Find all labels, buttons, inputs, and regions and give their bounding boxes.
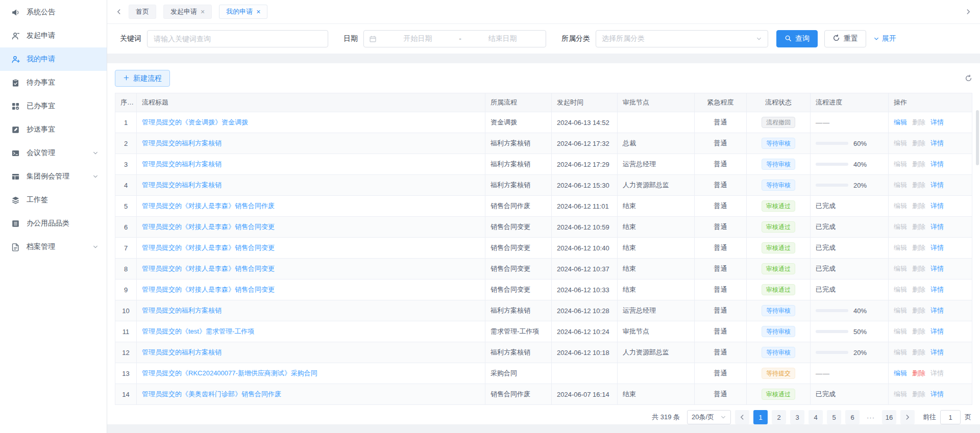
page-button-16[interactable]: 16 xyxy=(882,410,896,424)
content-panel: 新建流程 序号流程标题所属流程发起时间审批节点紧急程度流程状态流程进度操作 1管… xyxy=(107,63,980,424)
table-toolbar: 新建流程 xyxy=(115,70,972,87)
cell-no: 9 xyxy=(115,279,137,300)
expand-toggle[interactable]: 展开 xyxy=(873,34,896,43)
process-title-link[interactable]: 管理员提交的福利方案核销 xyxy=(142,181,222,189)
category-select[interactable]: 选择所属分类 xyxy=(596,30,768,47)
sidebar-item-5[interactable]: 已办事宜 xyxy=(0,94,107,118)
cell-progress: 已完成 xyxy=(811,238,889,259)
sidebar-item-3[interactable]: 我的申请 xyxy=(0,47,107,71)
progress-track xyxy=(816,330,848,333)
detail-link[interactable]: 详情 xyxy=(930,285,944,294)
table-scrollbar[interactable] xyxy=(976,110,979,165)
cell-no: 1 xyxy=(115,112,137,133)
process-title-link[interactable]: 管理员提交的《美奥齿科门诊部》销售合同作废 xyxy=(142,390,281,398)
goto-page-input[interactable] xyxy=(940,410,961,424)
reset-button[interactable]: 重置 xyxy=(824,30,866,47)
detail-link[interactable]: 详情 xyxy=(930,390,944,399)
sidebar-item-11[interactable]: 档案管理 xyxy=(0,235,107,259)
page-button-6[interactable]: 6 xyxy=(845,410,860,424)
process-title-link[interactable]: 管理员提交的《RKC202400077-新增供应商测试》采购合同 xyxy=(142,369,317,377)
detail-link[interactable]: 详情 xyxy=(930,327,944,336)
cell-node: 结束 xyxy=(618,217,695,238)
page-size-select[interactable]: 20条/页 xyxy=(687,410,731,424)
next-page-button[interactable] xyxy=(900,410,915,424)
detail-link[interactable]: 详情 xyxy=(930,160,944,169)
date-range-input[interactable]: 开始日期 - 结束日期 xyxy=(363,30,546,47)
process-title-link[interactable]: 管理员提交的《对接人是李森》销售合同变更 xyxy=(142,244,275,251)
tab-2[interactable]: 发起申请× xyxy=(163,5,212,19)
delete-link[interactable]: 删除 xyxy=(912,369,925,378)
sidebar-item-10[interactable]: 办公用品品类 xyxy=(0,212,107,235)
sidebar-item-7[interactable]: 会议管理 xyxy=(0,141,107,165)
tabs-scroll-right-icon[interactable] xyxy=(965,8,972,15)
sidebar-item-2[interactable]: 发起申请 xyxy=(0,24,107,47)
edit-link[interactable]: 编辑 xyxy=(894,118,907,127)
process-title-link[interactable]: 管理员提交的《资金调拨》资金调拨 xyxy=(142,118,248,126)
cell-actions: 编辑删除详情 xyxy=(889,321,972,342)
process-title-link[interactable]: 管理员提交的福利方案核销 xyxy=(142,160,222,168)
tab-3[interactable]: 我的申请× xyxy=(219,5,267,19)
cell-progress: 60% xyxy=(811,133,889,154)
refresh-icon[interactable] xyxy=(965,74,972,82)
progress-bar: 50% xyxy=(816,328,883,336)
layers-icon xyxy=(11,195,20,205)
detail-link[interactable]: 详情 xyxy=(930,201,944,211)
sidebar-item-9[interactable]: 工作签 xyxy=(0,188,107,212)
page-button-2[interactable]: 2 xyxy=(772,410,786,424)
progress-track xyxy=(816,309,848,312)
cell-node: 结束 xyxy=(618,259,695,279)
process-title-link[interactable]: 管理员提交的《对接人是李森》销售合同变更 xyxy=(142,265,275,272)
table-row: 1管理员提交的《资金调拨》资金调拨资金调拨2024-06-13 14:52普通流… xyxy=(115,112,972,133)
sidebar-item-1[interactable]: 系统公告 xyxy=(0,1,107,24)
process-title-link[interactable]: 管理员提交的《对接人是李森》销售合同变更 xyxy=(142,223,275,231)
progress-track xyxy=(816,351,848,354)
cell-status: 审核通过 xyxy=(747,196,811,217)
tabs-scroll-left-icon[interactable] xyxy=(115,8,122,15)
detail-link[interactable]: 详情 xyxy=(930,264,944,273)
new-process-button[interactable]: 新建流程 xyxy=(115,70,170,87)
detail-link[interactable]: 详情 xyxy=(930,118,944,127)
row-actions: 编辑删除详情 xyxy=(894,181,967,190)
detail-link[interactable]: 详情 xyxy=(930,181,944,190)
progress-label: 已完成 xyxy=(816,265,836,272)
sidebar-item-4[interactable]: 待办事宜 xyxy=(0,71,107,94)
detail-link[interactable]: 详情 xyxy=(930,348,944,357)
prev-page-button[interactable] xyxy=(735,410,749,424)
close-tab-icon[interactable]: × xyxy=(201,8,205,15)
detail-link[interactable]: 详情 xyxy=(930,222,944,232)
goto-unit: 页 xyxy=(965,413,971,422)
user-plus-icon xyxy=(11,55,20,64)
delete-link: 删除 xyxy=(912,264,925,273)
page-button-4[interactable]: 4 xyxy=(808,410,823,424)
table-row: 8管理员提交的《对接人是李森》销售合同变更销售合同变更2024-06-12 10… xyxy=(115,259,972,279)
tab-1[interactable]: 首页 xyxy=(129,5,156,19)
page-ellipsis[interactable]: ··· xyxy=(864,410,878,424)
process-title-link[interactable]: 管理员提交的《对接人是李森》销售合同变更 xyxy=(142,286,275,293)
process-title-link[interactable]: 管理员提交的《test》需求管理-工作项 xyxy=(142,327,254,335)
edit-link[interactable]: 编辑 xyxy=(894,369,907,378)
detail-link[interactable]: 详情 xyxy=(930,243,944,252)
sidebar-item-8[interactable]: 集团例会管理 xyxy=(0,165,107,188)
sidebar-item-6[interactable]: 抄送事宜 xyxy=(0,118,107,141)
close-tab-icon[interactable]: × xyxy=(256,8,260,15)
cell-title: 管理员提交的《对接人是李森》销售合同变更 xyxy=(137,217,485,238)
date-label: 日期 xyxy=(344,34,358,43)
keyword-input[interactable] xyxy=(147,30,328,47)
cell-actions: 编辑删除详情 xyxy=(889,238,972,259)
process-title-link[interactable]: 管理员提交的福利方案核销 xyxy=(142,139,222,147)
process-title-link[interactable]: 管理员提交的福利方案核销 xyxy=(142,348,222,356)
page-button-3[interactable]: 3 xyxy=(790,410,804,424)
chevron-down-icon xyxy=(92,150,99,156)
process-title-link[interactable]: 管理员提交的《对接人是李森》销售合同作废 xyxy=(142,202,275,210)
page-button-5[interactable]: 5 xyxy=(827,410,841,424)
detail-link[interactable]: 详情 xyxy=(930,139,944,148)
page-button-1[interactable]: 1 xyxy=(753,410,768,424)
cell-actions: 编辑删除详情 xyxy=(889,384,972,405)
column-header: 操作 xyxy=(889,93,972,112)
doc-edit-icon xyxy=(11,125,20,134)
search-button[interactable]: 查询 xyxy=(776,30,818,47)
process-title-link[interactable]: 管理员提交的福利方案核销 xyxy=(142,307,222,314)
detail-link[interactable]: 详情 xyxy=(930,306,944,315)
cell-node: 结束 xyxy=(618,384,695,405)
progress-label: 20% xyxy=(853,349,867,356)
